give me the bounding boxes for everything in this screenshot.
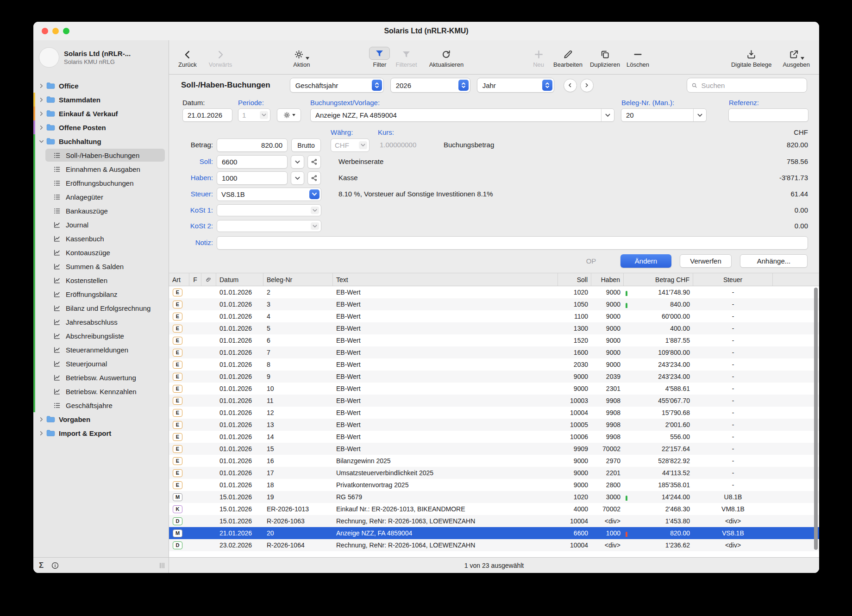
col-datum[interactable]: Datum bbox=[216, 273, 263, 286]
table-row[interactable]: M15.01.202619RG 56791020300014'244.00U8.… bbox=[169, 491, 819, 503]
table-row[interactable]: E01.01.202611EB-Wert100039908455'067.70- bbox=[169, 395, 819, 407]
filter-button[interactable]: Filter bbox=[369, 47, 390, 68]
col-f[interactable]: F bbox=[189, 273, 201, 286]
table-row[interactable]: E01.01.202610EB-Wert900023014'588.61- bbox=[169, 383, 819, 395]
chevron-right-icon[interactable] bbox=[39, 97, 45, 102]
col-steuer[interactable]: Steuer bbox=[693, 273, 773, 286]
action-button[interactable]: Aktion bbox=[293, 47, 310, 68]
table-row[interactable]: E01.01.20267EB-Wert16009000109'800.00- bbox=[169, 346, 819, 358]
table-row[interactable]: D15.01.2026R-2026-1063Rechnung, ReNr: R-… bbox=[169, 515, 819, 527]
digital-docs-button[interactable]: Digitale Belege bbox=[731, 47, 771, 68]
new-button[interactable]: Neu bbox=[533, 47, 544, 68]
sidebar-item-einnahmen-ausgaben[interactable]: Einnahmen & Ausgaben bbox=[33, 162, 169, 176]
buchungstext-input[interactable] bbox=[314, 111, 599, 119]
table-row[interactable]: E01.01.202616Bilanzgewinn 20259000297052… bbox=[169, 455, 819, 467]
chevron-right-icon[interactable] bbox=[39, 125, 45, 130]
sidebar-item-steueranmeldungen[interactable]: Steueranmeldungen bbox=[33, 343, 169, 357]
year-popup[interactable]: 2026 bbox=[390, 78, 470, 93]
table-row[interactable]: E01.01.202612EB-Wert10004990815'790.68- bbox=[169, 407, 819, 419]
soll-input[interactable] bbox=[221, 157, 283, 166]
sidebar-item-vorgaben[interactable]: Vorgaben bbox=[33, 412, 169, 426]
beleg-field[interactable] bbox=[621, 108, 707, 122]
anhaenge-button[interactable]: Anhänge... bbox=[740, 254, 808, 268]
sidebar-item-journal[interactable]: Journal bbox=[33, 218, 169, 232]
vertical-scrollbar[interactable] bbox=[814, 288, 818, 550]
sidebar-item-kostenstellen[interactable]: Kostenstellen bbox=[33, 273, 169, 287]
table-row[interactable]: E01.01.20264EB-Wert1100900060'000.00- bbox=[169, 310, 819, 322]
col-beleg[interactable]: Beleg-Nr bbox=[263, 273, 333, 286]
col-betrag[interactable]: Betrag CHF bbox=[624, 273, 693, 286]
prev-period-button[interactable] bbox=[564, 79, 577, 92]
table-row[interactable]: E01.01.20269EB-Wert90002039243'234.00- bbox=[169, 371, 819, 383]
table-row[interactable]: E01.01.202617Umsatzsteuerverbindlichkeit… bbox=[169, 467, 819, 479]
search-field[interactable] bbox=[687, 78, 807, 93]
output-button[interactable]: Ausgeben bbox=[783, 47, 810, 68]
haben-field[interactable] bbox=[217, 171, 288, 185]
verwerfen-button[interactable]: Verwerfen bbox=[680, 254, 732, 268]
table-row[interactable]: E01.01.202614EB-Wert100069908556.00- bbox=[169, 431, 819, 443]
sidebar-item-office[interactable]: Office bbox=[33, 79, 169, 93]
buchungstext-field[interactable] bbox=[310, 108, 614, 122]
table-row[interactable]: E01.01.20262EB-Wert10209000141'748.90- bbox=[169, 286, 819, 298]
sidebar-resize-grip[interactable] bbox=[160, 563, 164, 568]
table-row[interactable]: D23.02.2026R-2026-1064Rechnung, ReNr: R-… bbox=[169, 539, 819, 551]
referenz-field[interactable] bbox=[728, 108, 808, 122]
table-row[interactable]: K15.01.2026ER-2026-1013Einkauf Nr.: ER-2… bbox=[169, 503, 819, 515]
currency-popup[interactable]: CHF bbox=[331, 138, 370, 152]
table-row[interactable]: E01.01.20268EB-Wert20309000243'234.00- bbox=[169, 358, 819, 371]
col-attachment[interactable] bbox=[201, 273, 216, 286]
close-button[interactable] bbox=[42, 28, 48, 34]
sidebar-item-kontoauszuege[interactable]: Kontoauszüge bbox=[33, 245, 169, 259]
sidebar-item-buchhaltung[interactable]: Buchhaltung bbox=[33, 134, 169, 148]
sidebar-item-jahresabschluss[interactable]: Jahresabschluss bbox=[33, 315, 169, 329]
col-art[interactable]: Art bbox=[169, 273, 189, 286]
edit-button[interactable]: Bearbeiten bbox=[553, 47, 583, 68]
chevron-right-icon[interactable] bbox=[39, 83, 45, 88]
sidebar-item-offene-posten[interactable]: Offene Posten bbox=[33, 120, 169, 134]
minimize-button[interactable] bbox=[52, 28, 59, 34]
steuer-popup[interactable]: VS8.1B bbox=[217, 188, 321, 201]
op-button[interactable]: OP bbox=[570, 254, 612, 268]
form-action-button[interactable] bbox=[277, 108, 301, 122]
haben-dropdown-button[interactable] bbox=[291, 171, 304, 185]
table-row[interactable]: E01.01.202613EB-Wert1000599082'001.60- bbox=[169, 419, 819, 431]
period-popup[interactable]: Jahr bbox=[477, 78, 554, 93]
sidebar-item-eroeffnungsbilanz[interactable]: Eröffnungsbilanz bbox=[33, 287, 169, 301]
sidebar-item-steuerjournal[interactable]: Steuerjournal bbox=[33, 357, 169, 371]
brutto-button[interactable]: Brutto bbox=[291, 138, 321, 152]
soll-field[interactable] bbox=[217, 155, 288, 169]
soll-dropdown-button[interactable] bbox=[291, 155, 304, 169]
sidebar-item-geschaeftsjahre[interactable]: Geschäftsjahre bbox=[33, 398, 169, 412]
sidebar-item-abschreibungsliste[interactable]: Abschreibungsliste bbox=[33, 329, 169, 343]
beleg-input[interactable] bbox=[625, 111, 691, 119]
periode-popup[interactable]: 1 bbox=[238, 108, 270, 122]
delete-button[interactable]: Löschen bbox=[626, 47, 649, 68]
fiscal-year-popup[interactable]: Geschäftsjahr bbox=[290, 78, 384, 93]
table-row[interactable]: E01.01.202618Privatkontenvortrag 2025900… bbox=[169, 479, 819, 491]
dropdown-button[interactable] bbox=[601, 109, 614, 121]
sidebar-item-summen-salden[interactable]: Summen & Salden bbox=[33, 259, 169, 273]
chevron-right-icon[interactable] bbox=[39, 431, 45, 436]
sidebar-item-bilanz-und-erfolgsrechnung[interactable]: Bilanz und Erfolgsrechnung bbox=[33, 301, 169, 315]
sidebar-item-import-export[interactable]: Import & Export bbox=[33, 426, 169, 440]
sum-button[interactable]: Σ bbox=[39, 561, 44, 570]
search-input[interactable] bbox=[701, 81, 802, 90]
back-button[interactable]: Zurück bbox=[178, 47, 197, 68]
haben-accounts-button[interactable] bbox=[307, 171, 321, 185]
table-row[interactable]: E01.01.20265EB-Wert13009000400.00- bbox=[169, 322, 819, 334]
sidebar-item-betriebsw-kennzahlen[interactable]: Betriebsw. Kennzahlen bbox=[33, 384, 169, 398]
referenz-input[interactable] bbox=[733, 111, 804, 119]
info-button[interactable] bbox=[51, 561, 59, 570]
chevron-right-icon[interactable] bbox=[39, 417, 45, 422]
kost1-popup[interactable] bbox=[217, 204, 321, 216]
table-row[interactable]: E01.01.20263EB-Wert10509000840.00- bbox=[169, 298, 819, 310]
sidebar-item-anlagegueter[interactable]: Anlagegüter bbox=[33, 190, 169, 204]
notiz-field[interactable] bbox=[217, 236, 808, 250]
sidebar-item-stammdaten[interactable]: Stammdaten bbox=[33, 93, 169, 107]
col-soll[interactable]: Soll bbox=[558, 273, 591, 286]
betrag-field[interactable] bbox=[217, 138, 288, 152]
aendern-button[interactable]: Ändern bbox=[620, 254, 671, 268]
betrag-input[interactable] bbox=[221, 141, 283, 150]
soll-accounts-button[interactable] bbox=[307, 155, 321, 169]
sidebar-item-betriebsw-auswertung[interactable]: Betriebsw. Auswertung bbox=[33, 371, 169, 384]
